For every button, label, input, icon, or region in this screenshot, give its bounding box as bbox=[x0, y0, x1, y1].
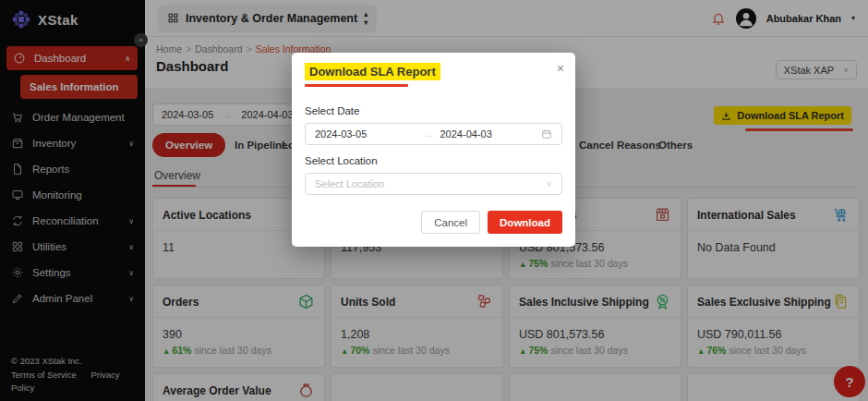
modal-title: Download SLA Report bbox=[305, 63, 440, 80]
close-icon[interactable]: × bbox=[557, 62, 564, 75]
modal-header: Download SLA Report × bbox=[292, 53, 575, 93]
cancel-button[interactable]: Cancel bbox=[421, 211, 480, 234]
select-location-label: Select Location bbox=[305, 155, 562, 166]
modal-body: Select Date 2024-03-05 → 2024-04-03 Sele… bbox=[292, 93, 575, 195]
chevron-down-icon: ∨ bbox=[546, 179, 552, 188]
select-date-label: Select Date bbox=[305, 105, 562, 116]
download-button[interactable]: Download bbox=[488, 211, 562, 234]
calendar-icon bbox=[541, 128, 552, 140]
annotation-underline bbox=[305, 84, 408, 87]
modal-footer: Cancel Download bbox=[292, 195, 575, 247]
modal-date-range-input[interactable]: 2024-03-05 → 2024-04-03 bbox=[305, 123, 562, 145]
location-select[interactable]: Select Location ∨ bbox=[305, 173, 562, 195]
modal-date-to-value: 2024-04-03 bbox=[440, 128, 542, 140]
arrow-right-icon: → bbox=[424, 129, 433, 140]
modal-date-from-value: 2024-03-05 bbox=[315, 128, 416, 140]
app-window: XStak Dashboard∧Sales InformationOrder M… bbox=[0, 0, 868, 401]
location-select-placeholder: Select Location bbox=[315, 178, 546, 189]
download-sla-report-modal: Download SLA Report × Select Date 2024-0… bbox=[292, 53, 575, 247]
